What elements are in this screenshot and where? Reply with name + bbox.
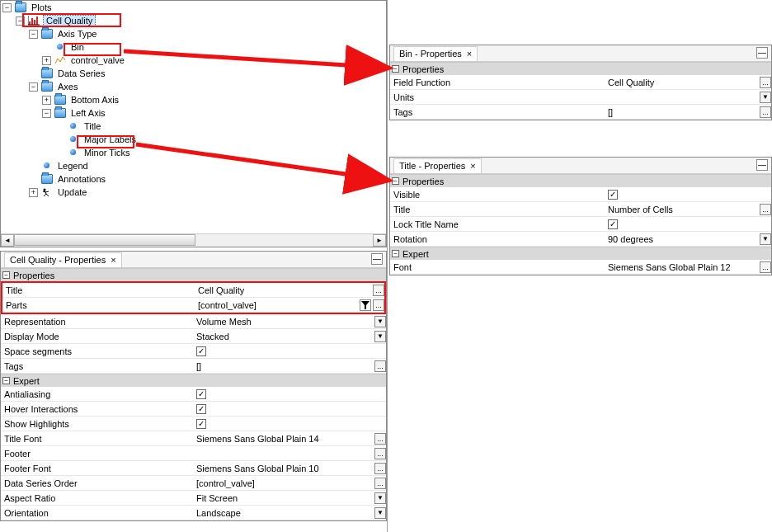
close-icon[interactable]: × bbox=[111, 255, 115, 265]
prop-label-tags: Tags bbox=[1, 361, 193, 371]
tree-node-plots[interactable]: Plots bbox=[30, 2, 53, 12]
group-header-properties[interactable]: − Properties bbox=[1, 268, 386, 281]
prop-value-tags[interactable]: [] bbox=[608, 107, 758, 117]
checkbox-show-highlights[interactable]: ✓ bbox=[196, 419, 206, 429]
group-header-expert[interactable]: − Expert bbox=[390, 247, 771, 260]
tree-node-major-labels[interactable]: Major Labels bbox=[82, 134, 138, 144]
tree-node-minor-ticks[interactable]: Minor Ticks bbox=[82, 148, 132, 158]
checkbox-lock-title[interactable]: ✓ bbox=[608, 219, 618, 229]
prop-value-parts[interactable]: [control_valve] bbox=[198, 300, 358, 310]
prop-value-field-function[interactable]: Cell Quality bbox=[608, 78, 758, 87]
prop-value-aspect-ratio[interactable]: Fit Screen bbox=[196, 493, 373, 503]
group-header-expert[interactable]: − Expert bbox=[1, 374, 386, 387]
dropdown-icon[interactable]: ▼ bbox=[374, 507, 386, 519]
ellipsis-button[interactable]: ... bbox=[374, 448, 386, 459]
panel-tab[interactable]: Cell Quality - Properties × bbox=[4, 252, 122, 267]
minimize-button[interactable]: — bbox=[756, 159, 768, 171]
group-header-properties[interactable]: − Properties bbox=[390, 174, 771, 187]
prop-value-orientation[interactable]: Landscape bbox=[196, 508, 373, 518]
ellipsis-button[interactable]: ... bbox=[373, 285, 384, 296]
tree-node-left-axis[interactable]: Left Axis bbox=[69, 108, 107, 118]
expand-icon[interactable]: + bbox=[42, 96, 51, 105]
ellipsis-button[interactable]: ... bbox=[760, 106, 771, 118]
prop-value-font[interactable]: Siemens Sans Global Plain 12 bbox=[608, 262, 758, 272]
prop-value-title-font[interactable]: Siemens Sans Global Plain 14 bbox=[196, 434, 373, 444]
tree-node-data-series[interactable]: Data Series bbox=[56, 68, 106, 78]
group-label: Expert bbox=[13, 376, 40, 386]
tree-node-control-valve[interactable]: control_valve bbox=[69, 55, 126, 65]
scroll-left-button[interactable]: ◄ bbox=[1, 234, 14, 247]
bin-properties-panel: Bin - Properties × — − Properties Field … bbox=[389, 45, 772, 120]
ellipsis-button[interactable]: ... bbox=[760, 261, 771, 273]
dropdown-icon[interactable]: ▼ bbox=[374, 492, 386, 504]
valve-icon bbox=[54, 55, 66, 65]
scroll-track[interactable] bbox=[14, 234, 373, 247]
tree-node-title[interactable]: Title bbox=[82, 121, 102, 131]
prop-label-title: Title bbox=[2, 285, 195, 295]
collapse-icon[interactable]: − bbox=[392, 250, 399, 257]
checkbox-antialiasing[interactable]: ✓ bbox=[196, 389, 206, 399]
collapse-icon[interactable]: − bbox=[42, 109, 51, 118]
collapse-icon[interactable]: − bbox=[29, 30, 38, 39]
group-label: Properties bbox=[402, 64, 444, 74]
prop-label-aspect-ratio: Aspect Ratio bbox=[1, 493, 193, 503]
ellipsis-button[interactable]: ... bbox=[374, 478, 386, 489]
prop-value-display-mode[interactable]: Stacked bbox=[196, 332, 373, 341]
collapse-icon[interactable]: − bbox=[2, 3, 12, 12]
dropdown-icon[interactable]: ▼ bbox=[760, 233, 771, 245]
minimize-button[interactable]: — bbox=[371, 253, 383, 265]
collapse-icon[interactable]: − bbox=[29, 82, 38, 92]
dropdown-icon[interactable]: ▼ bbox=[760, 92, 771, 103]
tree-node-annotations[interactable]: Annotations bbox=[56, 174, 107, 184]
tree-node-bottom-axis[interactable]: Bottom Axis bbox=[69, 95, 120, 105]
svg-line-11 bbox=[45, 191, 49, 192]
tree-node-update[interactable]: Update bbox=[56, 187, 88, 197]
tree-node-axes[interactable]: Axes bbox=[56, 82, 79, 92]
prop-value-tags[interactable]: [] bbox=[196, 361, 373, 371]
close-icon[interactable]: × bbox=[467, 49, 472, 59]
collapse-icon[interactable]: − bbox=[392, 177, 399, 185]
collapse-icon[interactable]: − bbox=[16, 16, 25, 26]
scroll-thumb[interactable] bbox=[14, 234, 195, 246]
collapse-icon[interactable]: − bbox=[2, 377, 10, 384]
panel-title: Title - Properties bbox=[399, 161, 465, 171]
prop-value-title[interactable]: Cell Quality bbox=[198, 285, 371, 295]
prop-label-display-mode: Display Mode bbox=[1, 332, 193, 341]
checkbox-visible[interactable]: ✓ bbox=[608, 190, 618, 200]
ellipsis-button[interactable]: ... bbox=[374, 360, 386, 372]
tree-node-axis-type[interactable]: Axis Type bbox=[56, 29, 99, 39]
filter-icon[interactable] bbox=[360, 299, 371, 311]
prop-label-title: Title bbox=[390, 205, 605, 214]
tree-node-legend[interactable]: Legend bbox=[56, 161, 90, 171]
group-header-properties[interactable]: − Properties bbox=[390, 62, 771, 75]
expand-icon[interactable]: + bbox=[29, 188, 38, 197]
tree-node-bin[interactable]: Bin bbox=[69, 42, 86, 52]
prop-value-representation[interactable]: Volume Mesh bbox=[196, 317, 373, 327]
close-icon[interactable]: × bbox=[470, 161, 475, 171]
dropdown-icon[interactable]: ▼ bbox=[374, 316, 386, 327]
expand-icon[interactable]: + bbox=[42, 56, 51, 65]
prop-value-rotation[interactable]: 90 degrees bbox=[608, 234, 758, 244]
checkbox-space-segments[interactable]: ✓ bbox=[196, 346, 206, 356]
ellipsis-button[interactable]: ... bbox=[373, 299, 384, 311]
property-icon bbox=[68, 121, 79, 131]
panel-tab[interactable]: Bin - Properties × bbox=[393, 46, 478, 61]
tree-node-cell-quality[interactable]: Cell Quality bbox=[43, 15, 96, 26]
ellipsis-button[interactable]: ... bbox=[760, 204, 771, 215]
navigation-tree[interactable]: − Plots − Cell Quality − Axis T bbox=[0, 0, 387, 247]
prop-value-data-series-order[interactable]: [control_valve] bbox=[196, 478, 373, 488]
collapse-icon[interactable]: − bbox=[392, 65, 399, 73]
prop-value-title[interactable]: Number of Cells bbox=[608, 205, 758, 214]
ellipsis-button[interactable]: ... bbox=[760, 77, 771, 88]
ellipsis-button[interactable]: ... bbox=[374, 433, 386, 445]
scroll-right-button[interactable]: ► bbox=[373, 234, 386, 247]
property-icon bbox=[41, 161, 53, 171]
panel-tab[interactable]: Title - Properties × bbox=[393, 158, 482, 173]
minimize-button[interactable]: — bbox=[756, 47, 768, 59]
dropdown-icon[interactable]: ▼ bbox=[374, 331, 386, 342]
checkbox-hover[interactable]: ✓ bbox=[196, 404, 206, 414]
ellipsis-button[interactable]: ... bbox=[374, 463, 386, 474]
prop-value-footer-font[interactable]: Siemens Sans Global Plain 10 bbox=[196, 464, 373, 473]
prop-label-data-series-order: Data Series Order bbox=[1, 478, 193, 488]
collapse-icon[interactable]: − bbox=[2, 271, 10, 279]
